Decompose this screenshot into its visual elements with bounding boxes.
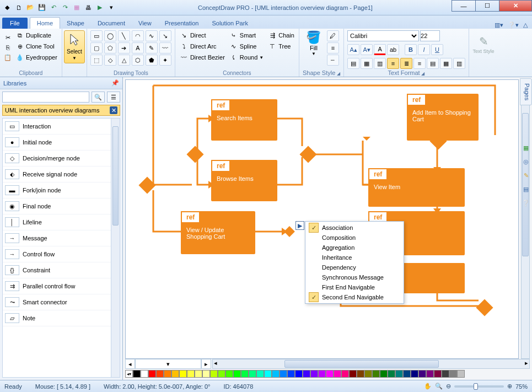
open-icon[interactable]: 📂 xyxy=(25,3,35,13)
polygon-tool[interactable]: ⬠ xyxy=(104,42,116,53)
library-item[interactable]: ▬Fork/join node xyxy=(3,182,120,198)
library-item[interactable]: ◉Final node xyxy=(3,198,120,214)
color-swatch[interactable] xyxy=(148,370,156,378)
rect-tool[interactable]: ▭ xyxy=(90,30,103,41)
library-item[interactable]: ⇉Parallel control flow xyxy=(3,278,120,294)
underline-button[interactable]: U xyxy=(431,44,443,55)
tab-shape[interactable]: Shape xyxy=(60,18,91,29)
color-swatch[interactable] xyxy=(426,370,434,378)
qat-dropdown-icon[interactable]: ▾ xyxy=(106,3,116,13)
clonetool-button[interactable]: ⊕Clone Tool xyxy=(14,41,58,51)
node-viewitem[interactable]: refView Item xyxy=(368,168,465,207)
color-swatch[interactable] xyxy=(380,370,388,378)
node-extra[interactable] xyxy=(394,263,465,293)
inc-font-button[interactable]: A▴ xyxy=(347,44,359,55)
dock-icon-4[interactable]: ▤ xyxy=(521,184,531,194)
smart-button[interactable]: ⤷Smart xyxy=(228,30,265,40)
line-tool[interactable]: ╲ xyxy=(118,30,130,41)
color-swatch[interactable] xyxy=(318,370,326,378)
chain-button[interactable]: ⇶Chain xyxy=(267,30,295,40)
tab-view[interactable]: View xyxy=(132,18,158,29)
color-swatch[interactable] xyxy=(141,370,148,378)
color-swatch[interactable] xyxy=(357,370,364,378)
color-swatch[interactable] xyxy=(449,370,457,378)
library-search-input[interactable] xyxy=(2,92,89,103)
paste-icon[interactable]: 📋 xyxy=(3,53,12,62)
smart-action-icon[interactable]: ▶ xyxy=(295,221,304,230)
ctx-dependency[interactable]: Dependency xyxy=(307,262,402,272)
tab-home[interactable]: Home xyxy=(30,17,60,29)
curve-tool[interactable]: ∿ xyxy=(146,30,158,41)
arrow-tool[interactable]: ➔ xyxy=(118,42,130,53)
duplicate-button[interactable]: ⧉Duplicate xyxy=(14,30,58,40)
close-button[interactable]: ✕ xyxy=(499,0,532,12)
file-tab[interactable]: File xyxy=(2,18,28,29)
dock-help-icon[interactable]: ❔ xyxy=(521,198,531,208)
preview-icon[interactable]: ▦ xyxy=(72,3,82,13)
node-search[interactable]: refSearch Items xyxy=(211,99,277,141)
redo-icon[interactable]: ↷ xyxy=(60,3,70,13)
pan-icon[interactable]: ✋ xyxy=(424,383,432,390)
color-swatch[interactable] xyxy=(164,370,171,378)
close-category-icon[interactable]: ✕ xyxy=(110,106,117,114)
library-item[interactable]: →Message xyxy=(3,230,120,246)
page-prev-button[interactable]: ◂ xyxy=(125,359,135,369)
library-view-button[interactable]: ☰ xyxy=(107,92,120,103)
t1[interactable]: ⬚ xyxy=(90,55,103,66)
t4[interactable]: ⬡ xyxy=(132,55,144,66)
color-swatch[interactable] xyxy=(272,370,280,378)
canvas[interactable]: refSearch Items refBrowse Items refView … xyxy=(125,79,519,359)
color-swatch[interactable] xyxy=(442,370,449,378)
library-item[interactable]: →Control flow xyxy=(3,246,120,262)
ctx-association[interactable]: ✓Association xyxy=(307,223,402,233)
node-viewupdate[interactable]: refView / Update Shopping Cart xyxy=(181,211,255,254)
pin-icon[interactable]: 📌 xyxy=(111,79,119,87)
font-color-button[interactable]: A xyxy=(374,44,386,55)
color-swatch[interactable] xyxy=(171,370,179,378)
zoom-slider[interactable] xyxy=(454,385,504,388)
highlight-button[interactable]: ab xyxy=(387,44,399,55)
fill-button[interactable]: 🪣 Fill ▼ xyxy=(303,30,325,56)
library-item[interactable]: ▭Interaction xyxy=(3,119,120,135)
dec-font-button[interactable]: A▾ xyxy=(361,44,373,55)
connector-tool[interactable]: ↘ xyxy=(159,30,171,41)
select-tool-button[interactable]: Select ▼ xyxy=(64,30,85,63)
pages-tab[interactable]: Pages xyxy=(520,78,532,105)
t2[interactable]: ◇ xyxy=(104,55,116,66)
color-swatch[interactable] xyxy=(225,370,233,378)
color-swatch[interactable] xyxy=(418,370,426,378)
library-item[interactable]: ◇Decision/merge node xyxy=(3,151,120,167)
align-ml[interactable]: ≡ xyxy=(387,58,399,69)
search-button[interactable]: 🔍 xyxy=(92,92,105,103)
maximize-button[interactable]: ☐ xyxy=(475,0,499,12)
color-swatch[interactable] xyxy=(434,370,442,378)
zoom-tool-icon[interactable]: 🔍 xyxy=(435,383,443,390)
canvas-hscrollbar[interactable]: ◂ ▸ xyxy=(212,359,530,369)
color-swatch[interactable] xyxy=(287,370,295,378)
print-icon[interactable]: 🖶 xyxy=(83,3,93,13)
new-icon[interactable]: 🗋 xyxy=(14,3,24,13)
color-swatch[interactable] xyxy=(395,370,403,378)
bezier-tool[interactable]: 〰 xyxy=(159,42,171,53)
italic-button[interactable]: I xyxy=(418,44,430,55)
arc-tool[interactable]: ◠ xyxy=(132,30,144,41)
tab-document[interactable]: Document xyxy=(91,18,132,29)
color-swatch[interactable] xyxy=(264,370,272,378)
tab-solutionpark[interactable]: Solution Park xyxy=(205,18,254,29)
color-swatch[interactable] xyxy=(179,370,187,378)
color-swatch[interactable] xyxy=(326,370,334,378)
help-icon[interactable]: ❔▾ xyxy=(508,22,519,29)
library-item[interactable]: ▱Note xyxy=(3,310,120,326)
color-swatch[interactable] xyxy=(457,370,465,378)
dock-icon-2[interactable]: ◎ xyxy=(521,157,531,167)
ellipse-tool[interactable]: ◯ xyxy=(104,30,116,41)
color-swatch[interactable] xyxy=(295,370,303,378)
fontsize-input[interactable] xyxy=(420,30,440,41)
t6[interactable]: ✦ xyxy=(159,55,171,66)
align-tr[interactable]: ▥ xyxy=(374,58,386,69)
ctx-firstend[interactable]: First End Navigable xyxy=(307,282,402,292)
color-swatch[interactable] xyxy=(310,370,318,378)
tree-button[interactable]: ⊤Tree xyxy=(267,41,295,51)
tab-presentation[interactable]: Presentation xyxy=(158,18,206,29)
ctx-aggregation[interactable]: Aggregation xyxy=(307,243,402,253)
